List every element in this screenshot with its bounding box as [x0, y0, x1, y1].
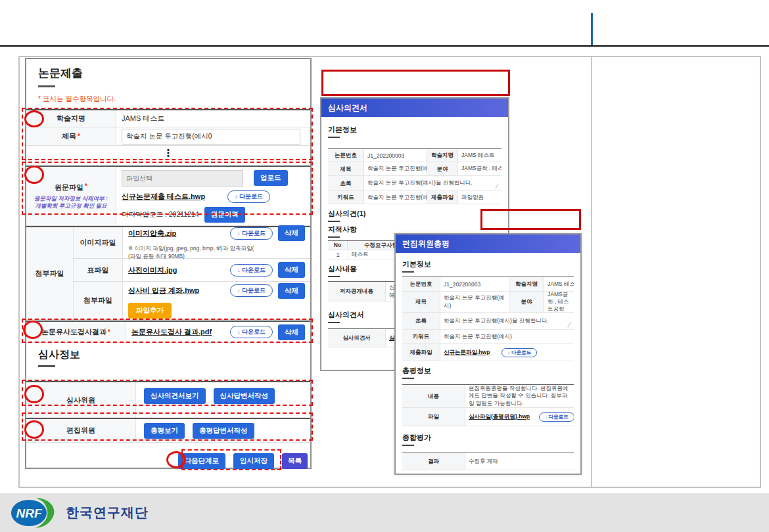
temp-save-button[interactable]: 임시저장: [233, 453, 274, 469]
download-button[interactable]: ↓ 다운로드: [230, 326, 273, 338]
delete-button[interactable]: 삭제: [278, 283, 305, 299]
required-asterisk: *: [108, 328, 110, 336]
attachments-table: 첨부파일 이미지파일 이미지압축.zip ↓ 다운로드 삭제: [26, 226, 310, 320]
screen: 논문제출 * 표시는 필수항목입니다. 학술지명 JAMS 테스트 제목* ⋮: [0, 0, 769, 532]
add-file-button[interactable]: 파일추가: [128, 303, 172, 319]
summary-info-table: 내용 편집위원총평을 작성합니다. 편집위원에게도 답변을 작성할 수 있습니다…: [402, 384, 574, 426]
top-divider-line: [591, 13, 593, 46]
paper-no-label: 논문번호: [328, 149, 364, 162]
required-asterisk: *: [85, 183, 87, 190]
review-opinion-header: 심사의견서: [321, 99, 508, 117]
attachments-group-label: 첨부파일: [26, 227, 74, 320]
section-underline: [328, 236, 340, 238]
frame-column-divider: [591, 57, 592, 487]
review-info-title: 심사정보: [38, 348, 80, 362]
field-label: 분야: [427, 162, 458, 175]
submit-file-link[interactable]: 신규논문파일.hwp: [444, 349, 490, 357]
table-file-link[interactable]: 사진이미지.jpg: [128, 265, 177, 275]
basic-info-table: 논문번호 J1_202200003 학술지명 JAMS 테스트 제목 학술지 논…: [328, 148, 501, 204]
title-row: 제목*: [26, 127, 310, 146]
paper-no-value: J1_202200003: [364, 149, 427, 162]
summary-info-title: 총평정보: [402, 366, 431, 376]
original-file-caption: 원문파일 저자정보 삭제여부 : 개별학회 투고규정 확인 필요: [34, 195, 108, 210]
download-button[interactable]: ↓ 다운로드: [230, 264, 273, 277]
download-button[interactable]: ↓ 다운로드: [501, 348, 537, 357]
file-label: 파일: [402, 408, 465, 426]
title-underline: [38, 85, 55, 87]
basic-info-title: 기본정보: [402, 259, 431, 269]
submission-form-panel: 논문제출 * 표시는 필수항목입니다. 학술지명 JAMS 테스트 제목* ⋮: [25, 58, 312, 469]
download-button[interactable]: ↓ 다운로드: [227, 190, 270, 203]
image-file-note: ※ 이미지 파일(jpg, jpeg, png, bmp, tif)과 압축파일…: [128, 245, 305, 259]
submit-file-value: 파일없음: [458, 191, 501, 204]
reviewer-label: 심사위원: [26, 382, 136, 418]
delete-button[interactable]: 삭제: [278, 262, 305, 278]
view-review-opinion-button[interactable]: 심사의견서보기: [144, 388, 206, 404]
etc-file-link[interactable]: 심사비 입금 계좌.hwp: [128, 286, 199, 296]
paper-title-input[interactable]: [122, 129, 300, 144]
evaluation-table: 결과 수정후 게재: [402, 453, 574, 470]
resize-handle-icon[interactable]: ╱: [496, 184, 498, 189]
upload-button[interactable]: 업로드: [254, 170, 288, 186]
title-label: 제목*: [26, 127, 116, 145]
field-value: JAMS공학 , 테스트공학: [458, 162, 501, 175]
next-step-button[interactable]: 다음단계로: [178, 453, 226, 469]
write-summary-reply-button[interactable]: 총평답변서작성: [193, 423, 254, 439]
download-button[interactable]: ↓ 다운로드: [230, 227, 273, 240]
section-underline: [328, 322, 340, 323]
abstract-value: 학술지 논문 투고진행(예시)을 진행합니다.: [444, 317, 549, 325]
paper-no-label: 논문번호: [402, 277, 440, 291]
editor-summary-panel: 편집위원총평 기본정보 논문번호 J1_202200003 학술지명 JAMS …: [394, 233, 582, 475]
similarity-label: 논문유사도검사결과*: [26, 322, 126, 342]
section-underline: [402, 378, 414, 379]
opinion-count-title: 심사의견(1): [328, 209, 365, 219]
editor-label: 편집위원: [26, 419, 136, 442]
footer-bar: NRF 한국연구재단: [0, 493, 769, 532]
journal-value: JAMS 테스트: [116, 110, 310, 127]
original-file-link[interactable]: 신규논문제출 테스트.hwp: [122, 192, 205, 202]
result-label: 결과: [402, 453, 465, 470]
nrf-logo-text: NRF: [16, 506, 42, 520]
delete-button[interactable]: 삭제: [278, 324, 305, 340]
basic-info-table: 논문번호 J1_202200003 학술지명 JAMS 테스트 제목 학술지 논…: [402, 277, 574, 361]
section-underline: [402, 445, 414, 446]
reviewer-row: 심사위원 심사의견서보기 심사답변서작성: [26, 382, 310, 419]
list-button[interactable]: 목록: [282, 453, 308, 469]
original-file-label: 원문파일* 원문파일 저자정보 삭제여부 : 개별학회 투고규정 확인 필요: [26, 167, 116, 225]
journal-row: 학술지명 JAMS 테스트: [26, 110, 310, 127]
download-button[interactable]: ↓ 다운로드: [230, 284, 273, 297]
review-committee-table: 심사위원 심사의견서보기 심사답변서작성 편집위원 총평보기 총평답변서작성: [26, 381, 310, 443]
original-history-button[interactable]: 원문이력: [204, 207, 245, 223]
similarity-file-link[interactable]: 논문유사도검사 결과.pdf: [131, 327, 212, 337]
required-note: * 표시는 필수항목입니다.: [38, 95, 116, 104]
write-review-reply-button[interactable]: 심사답변서작성: [214, 388, 275, 404]
paper-title-value: 학술지 논문 투고진행(예시): [364, 162, 427, 175]
editor-summary-header: 편집위원총평: [396, 234, 580, 253]
delete-button[interactable]: 삭제: [278, 225, 305, 241]
section-underline: [328, 276, 340, 277]
summary-file-link[interactable]: 심사파일(총평위원).hwp: [469, 413, 530, 421]
table-file-label: 표파일: [74, 259, 123, 281]
section-underline: [402, 271, 414, 273]
file-select-input[interactable]: [122, 170, 243, 187]
required-asterisk: *: [78, 133, 80, 140]
etc-file-row: 첨부파일 심사비 입금 계좌.hwp ↓ 다운로드 삭제 파일추가: [74, 282, 310, 320]
paper-title-value: 학술지 논문 투고진행(예시): [440, 292, 509, 312]
field-label: 분야: [509, 292, 544, 312]
journal-label: 학술지명: [26, 110, 116, 127]
image-file-row: 이미지파일 이미지압축.zip ↓ 다운로드 삭제 ※ 이미지 파일(jpg, …: [74, 227, 310, 259]
view-summary-button[interactable]: 총평보기: [144, 423, 185, 439]
basic-info-title: 기본정보: [328, 125, 357, 135]
journal-label: 학술지명: [509, 277, 544, 291]
author-open-label: 저자공개내용: [328, 282, 386, 301]
etc-file-label: 첨부파일: [74, 282, 123, 319]
page-title: 논문제출: [38, 66, 83, 81]
resize-handle-icon[interactable]: ╱: [568, 322, 571, 328]
image-file-link[interactable]: 이미지압축.zip: [128, 229, 176, 238]
abstract-label: 초록: [402, 313, 440, 329]
paper-title-label: 제목: [402, 292, 440, 312]
paper-title-label: 제목: [328, 162, 364, 175]
download-button[interactable]: ↓ 다운로드: [539, 412, 574, 422]
opinion-report-title: 심사의견서: [328, 310, 364, 320]
footer-org-name: 한국연구재단: [66, 504, 149, 521]
